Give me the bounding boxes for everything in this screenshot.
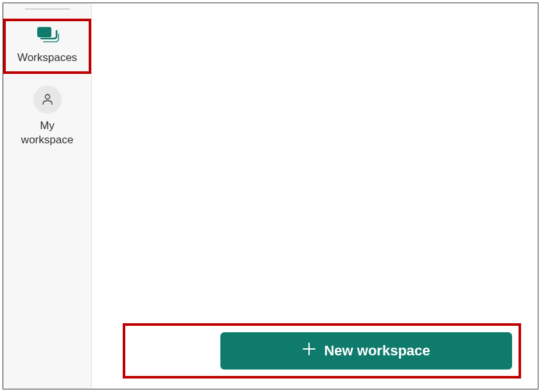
app-frame: Workspaces My workspace [3, 3, 538, 389]
new-workspace-label: New workspace [324, 343, 430, 359]
sidebar-item-my-workspace[interactable]: My workspace [3, 79, 91, 156]
plus-icon [302, 342, 316, 360]
sidebar-item-label: Workspaces [17, 51, 77, 65]
sidebar: Workspaces My workspace [3, 3, 92, 389]
sidebar-item-label: My workspace [21, 119, 73, 147]
person-icon [33, 85, 62, 114]
svg-point-1 [45, 94, 49, 99]
sidebar-item-workspaces[interactable]: Workspaces [3, 19, 91, 74]
sidebar-separator [25, 8, 70, 10]
svg-rect-0 [37, 27, 51, 37]
new-workspace-button[interactable]: New workspace [220, 332, 512, 370]
workspaces-icon [36, 25, 59, 46]
main-content: New workspace [92, 3, 538, 389]
